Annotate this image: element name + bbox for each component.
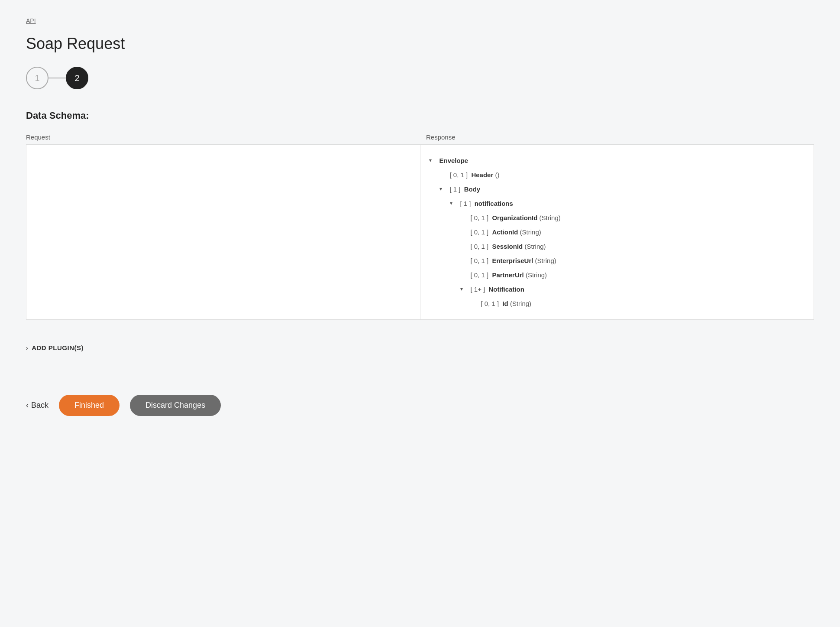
node-range: [ 1 ] xyxy=(460,200,471,207)
node-label: [ 0, 1 ] EnterpriseUrl (String) xyxy=(471,256,556,265)
node-type: (String) xyxy=(520,228,541,236)
node-label: [ 1 ] Body xyxy=(450,185,481,194)
node-range: [ 0, 1 ] xyxy=(481,300,499,307)
back-label: Back xyxy=(31,401,48,410)
node-type: (String) xyxy=(524,243,546,250)
node-label: [ 0, 1 ] PartnerUrl (String) xyxy=(471,270,547,279)
step-2[interactable]: 2 xyxy=(66,67,88,89)
toggle-icon[interactable]: ▾ xyxy=(450,200,458,207)
breadcrumb[interactable]: API xyxy=(26,17,814,24)
tree-node: ▾Envelope xyxy=(429,153,805,168)
node-label: [ 0, 1 ] Id (String) xyxy=(481,299,532,308)
node-name: ActionId xyxy=(492,228,518,236)
node-name: Header xyxy=(471,171,493,179)
node-range: [ 0, 1 ] xyxy=(471,214,489,221)
node-label: [ 1 ] notifications xyxy=(460,199,513,208)
tree-node: [ 0, 1 ] SessionId (String) xyxy=(429,239,805,253)
request-panel xyxy=(26,144,420,320)
response-label: Response xyxy=(414,133,814,144)
node-name: SessionId xyxy=(492,243,523,250)
toggle-icon[interactable]: ▾ xyxy=(460,286,468,293)
tree-node: [ 0, 1 ] Id (String) xyxy=(429,296,805,311)
chevron-right-icon: › xyxy=(26,344,28,351)
node-name: Id xyxy=(502,300,508,307)
node-type: (String) xyxy=(540,214,561,221)
tree-node: [ 0, 1 ] PartnerUrl (String) xyxy=(429,268,805,282)
response-content: ▾Envelope[ 0, 1 ] Header ()▾[ 1 ] Body▾[… xyxy=(420,145,814,319)
stepper: 1 2 xyxy=(26,67,814,89)
request-label: Request xyxy=(26,133,414,144)
response-panel: ▾Envelope[ 0, 1 ] Header ()▾[ 1 ] Body▾[… xyxy=(420,144,814,320)
node-type: (String) xyxy=(526,271,547,279)
node-range: [ 0, 1 ] xyxy=(471,271,489,279)
tree-node: ▾[ 1 ] notifications xyxy=(429,196,805,211)
node-label: [ 1+ ] Notification xyxy=(471,285,524,294)
node-name: notifications xyxy=(475,200,513,207)
step-1[interactable]: 1 xyxy=(26,67,48,89)
node-range: [ 1 ] xyxy=(450,185,461,193)
tree-node: [ 0, 1 ] OrganizationId (String) xyxy=(429,211,805,225)
data-schema-title: Data Schema: xyxy=(26,110,814,121)
add-plugins-label: ADD PLUGIN(S) xyxy=(32,344,84,351)
back-arrow-icon: ‹ xyxy=(26,401,29,410)
node-name: Body xyxy=(464,185,481,193)
toggle-icon[interactable]: ▾ xyxy=(439,185,447,193)
node-range: [ 0, 1 ] xyxy=(450,171,468,179)
tree-node: ▾[ 1 ] Body xyxy=(429,182,805,196)
toggle-icon[interactable]: ▾ xyxy=(429,157,437,164)
tree-node: [ 0, 1 ] ActionId (String) xyxy=(429,225,805,239)
node-range: [ 0, 1 ] xyxy=(471,228,489,236)
node-range: [ 0, 1 ] xyxy=(471,243,489,250)
schema-labels: Request Response xyxy=(26,133,814,144)
node-label: [ 0, 1 ] OrganizationId (String) xyxy=(471,213,561,222)
node-label: Envelope xyxy=(439,156,468,165)
discard-button[interactable]: Discard Changes xyxy=(130,395,221,416)
back-button[interactable]: ‹ Back xyxy=(26,401,48,410)
node-type: (String) xyxy=(510,300,531,307)
node-range: [ 1+ ] xyxy=(471,286,485,293)
node-label: [ 0, 1 ] ActionId (String) xyxy=(471,227,541,237)
tree-node: ▾[ 1+ ] Notification xyxy=(429,282,805,296)
page-title: Soap Request xyxy=(26,35,814,53)
finished-button[interactable]: Finished xyxy=(59,395,120,416)
add-plugins-row[interactable]: › ADD PLUGIN(S) xyxy=(26,337,814,358)
node-label: [ 0, 1 ] Header () xyxy=(450,170,500,179)
node-range: [ 0, 1 ] xyxy=(471,257,489,264)
node-type: () xyxy=(495,171,499,179)
node-name: OrganizationId xyxy=(492,214,537,221)
node-type: (String) xyxy=(535,257,556,264)
node-name: EnterpriseUrl xyxy=(492,257,533,264)
tree-node: [ 0, 1 ] EnterpriseUrl (String) xyxy=(429,253,805,268)
node-label: [ 0, 1 ] SessionId (String) xyxy=(471,242,546,251)
step-connector xyxy=(48,78,66,78)
request-content xyxy=(26,145,420,309)
bottom-actions: ‹ Back Finished Discard Changes xyxy=(26,384,814,426)
schema-container: ▾Envelope[ 0, 1 ] Header ()▾[ 1 ] Body▾[… xyxy=(26,144,814,320)
node-name: Envelope xyxy=(439,157,468,164)
tree-node: [ 0, 1 ] Header () xyxy=(429,168,805,182)
node-name: Notification xyxy=(488,286,524,293)
node-name: PartnerUrl xyxy=(492,271,523,279)
